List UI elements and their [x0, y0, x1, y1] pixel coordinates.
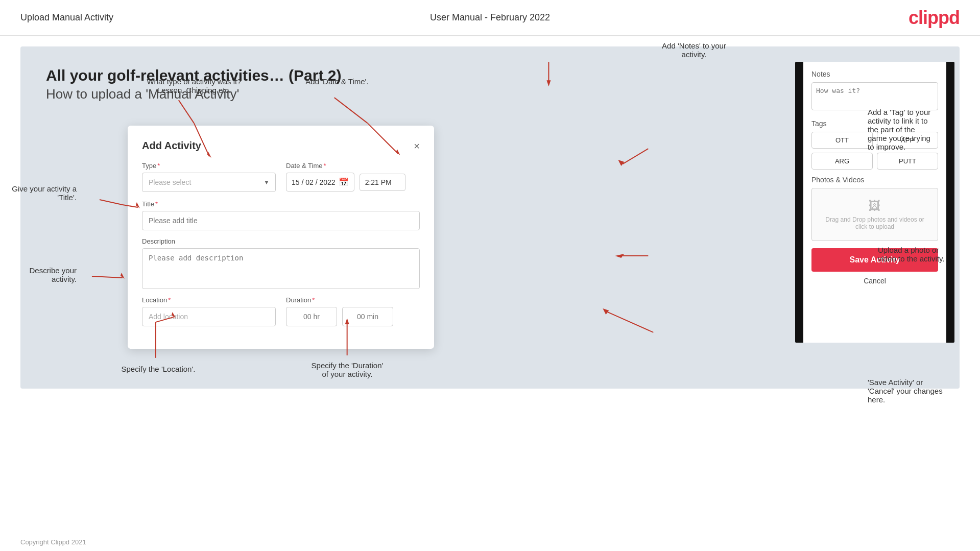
annotation-datetime: Add 'Date & Time'. [291, 77, 383, 86]
tag-putt[interactable]: PUTT [877, 153, 938, 170]
svg-marker-10 [121, 273, 125, 279]
type-datetime-row: Type* Please select ▼ Date & Time* 15 / … [142, 162, 420, 192]
header: Upload Manual Activity User Manual - Feb… [0, 0, 980, 36]
svg-marker-21 [615, 254, 624, 258]
annotation-tag: Add a 'Tag' to youractivity to link it t… [868, 108, 980, 151]
annotation-photo: Upload a photo orvideo to the activity. [878, 246, 980, 263]
svg-line-22 [607, 312, 653, 332]
cancel-link[interactable]: Cancel [811, 277, 938, 285]
photos-dropzone[interactable]: 🖼 Drag and Drop photos and videos orclic… [811, 188, 938, 241]
duration-hr-input[interactable] [286, 307, 337, 326]
duration-label: Duration* [286, 296, 420, 304]
datetime-label: Date & Time* [286, 162, 420, 170]
svg-marker-19 [618, 160, 624, 166]
type-label: Type* [142, 162, 276, 170]
notes-textarea[interactable] [811, 82, 938, 110]
duration-min-input[interactable] [342, 307, 393, 326]
location-duration-row: Location* Duration* [142, 296, 420, 326]
annotation-save-cancel: 'Save Activity' or'Cancel' your changesh… [868, 378, 980, 404]
duration-inputs [286, 307, 420, 326]
divider [20, 36, 960, 36]
modal-title: Add Activity [142, 140, 201, 152]
date-time-inputs: 15 / 02 / 2022 📅 2:21 PM [286, 173, 420, 191]
svg-line-9 [92, 276, 123, 278]
modal-close-button[interactable]: × [414, 141, 420, 151]
location-input[interactable] [142, 307, 276, 326]
left-black-bar [795, 62, 803, 343]
photos-drop-text: Drag and Drop photos and videos orclick … [822, 216, 927, 230]
tag-ott[interactable]: OTT [811, 132, 873, 149]
right-panel-outer: Notes Tags OTT APP ARG PUTT Photos & Vid… [795, 62, 954, 343]
type-select[interactable]: Please select [142, 173, 276, 192]
svg-line-18 [623, 149, 648, 164]
photo-icon: 🖼 [822, 199, 927, 213]
location-group: Location* [142, 296, 276, 326]
svg-line-0 [179, 100, 194, 123]
copyright: Copyright Clippd 2021 [20, 538, 86, 546]
manual-subtitle: User Manual - February 2022 [430, 12, 550, 23]
panel-content: Notes Tags OTT APP ARG PUTT Photos & Vid… [803, 62, 946, 343]
date-value: 15 / 02 / 2022 [292, 178, 336, 186]
description-textarea[interactable] [142, 248, 420, 289]
annotation-title: Give your activity a'Title'. [0, 184, 77, 202]
photos-label: Photos & Videos [811, 176, 938, 184]
location-label: Location* [142, 296, 276, 304]
page-title: Upload Manual Activity [20, 12, 113, 23]
description-group: Description [142, 237, 420, 289]
calendar-icon: 📅 [339, 177, 349, 187]
title-label: Title* [142, 200, 420, 208]
main-content: All your golf-relevant activities… (Part… [20, 46, 960, 389]
duration-group: Duration* [286, 296, 420, 326]
svg-line-6 [100, 200, 123, 205]
svg-marker-23 [603, 308, 609, 315]
datetime-group: Date & Time* 15 / 02 / 2022 📅 2:21 PM [286, 162, 420, 192]
type-select-wrapper[interactable]: Please select ▼ [142, 173, 276, 192]
description-label: Description [142, 237, 420, 245]
photos-section: Photos & Videos 🖼 Drag and Drop photos a… [811, 176, 938, 241]
time-input[interactable]: 2:21 PM [360, 174, 405, 191]
date-input[interactable]: 15 / 02 / 2022 📅 [286, 173, 354, 191]
title-group: Title* [142, 200, 420, 230]
annotation-description: Describe youractivity. [0, 266, 77, 283]
title-input[interactable] [142, 211, 420, 230]
annotation-location: Specify the 'Location'. [107, 365, 209, 373]
right-black-bar [946, 62, 954, 343]
annotation-notes: Add 'Notes' to youractivity. [643, 41, 745, 59]
add-activity-modal: Add Activity × Type* Please select ▼ Dat… [128, 126, 434, 349]
annotation-duration: Specify the 'Duration'of your activity. [291, 361, 403, 378]
tag-arg[interactable]: ARG [811, 153, 873, 170]
annotation-type: What type of activity was it?Lesson, Chi… [143, 77, 245, 94]
type-group: Type* Please select ▼ [142, 162, 276, 192]
notes-label: Notes [811, 70, 938, 78]
logo: clippd [909, 7, 960, 29]
